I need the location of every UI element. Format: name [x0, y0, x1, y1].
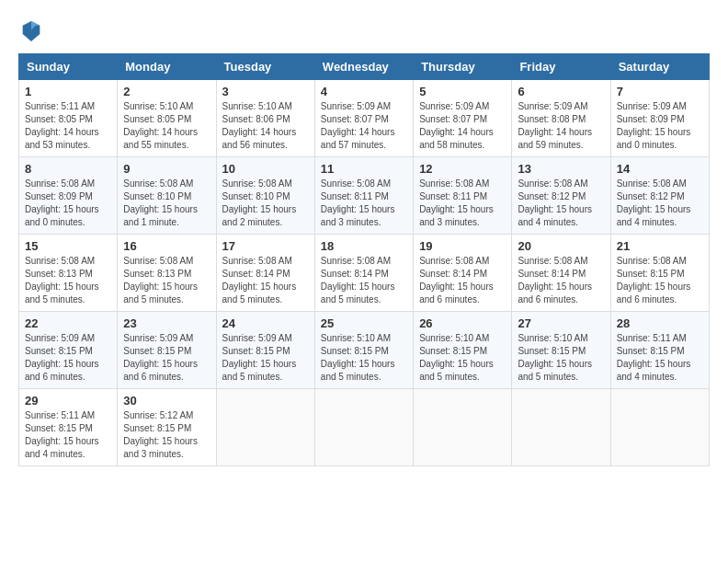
calendar-day-cell: 2 Sunrise: 5:10 AMSunset: 8:05 PMDayligh… — [118, 80, 216, 157]
page-header — [18, 18, 710, 44]
calendar-day-cell — [414, 389, 512, 466]
calendar-day-cell: 21 Sunrise: 5:08 AMSunset: 8:15 PMDaylig… — [610, 235, 709, 312]
day-number: 29 — [25, 394, 111, 408]
day-info: Sunrise: 5:11 AMSunset: 8:15 PMDaylight:… — [25, 409, 111, 461]
day-number: 14 — [617, 162, 703, 176]
day-of-week-header: Wednesday — [314, 54, 413, 80]
calendar-day-cell: 1 Sunrise: 5:11 AMSunset: 8:05 PMDayligh… — [19, 80, 118, 157]
day-of-week-header: Thursday — [414, 54, 512, 80]
day-number: 18 — [321, 239, 407, 253]
calendar-week-row: 1 Sunrise: 5:11 AMSunset: 8:05 PMDayligh… — [19, 80, 710, 157]
calendar-week-row: 29 Sunrise: 5:11 AMSunset: 8:15 PMDaylig… — [19, 389, 710, 466]
day-info: Sunrise: 5:08 AMSunset: 8:10 PMDaylight:… — [222, 178, 309, 229]
calendar-day-cell: 7 Sunrise: 5:09 AMSunset: 8:09 PMDayligh… — [610, 80, 709, 157]
calendar-day-cell: 30 Sunrise: 5:12 AMSunset: 8:15 PMDaylig… — [118, 389, 216, 466]
calendar-day-cell: 9 Sunrise: 5:08 AMSunset: 8:10 PMDayligh… — [118, 157, 216, 235]
day-of-week-header: Tuesday — [216, 54, 314, 80]
day-number: 21 — [617, 239, 703, 253]
day-info: Sunrise: 5:10 AMSunset: 8:15 PMDaylight:… — [321, 332, 407, 384]
day-info: Sunrise: 5:08 AMSunset: 8:14 PMDaylight:… — [222, 255, 309, 306]
day-number: 8 — [25, 162, 111, 176]
day-info: Sunrise: 5:08 AMSunset: 8:11 PMDaylight:… — [321, 178, 407, 229]
day-info: Sunrise: 5:12 AMSunset: 8:15 PMDaylight:… — [123, 409, 210, 461]
calendar-header: SundayMondayTuesdayWednesdayThursdayFrid… — [19, 54, 710, 80]
calendar-day-cell: 16 Sunrise: 5:08 AMSunset: 8:13 PMDaylig… — [118, 235, 216, 312]
calendar-day-cell: 23 Sunrise: 5:09 AMSunset: 8:15 PMDaylig… — [118, 312, 216, 389]
calendar-day-cell: 8 Sunrise: 5:08 AMSunset: 8:09 PMDayligh… — [19, 157, 118, 235]
day-number: 28 — [617, 316, 703, 330]
day-info: Sunrise: 5:08 AMSunset: 8:13 PMDaylight:… — [123, 255, 210, 306]
calendar-body: 1 Sunrise: 5:11 AMSunset: 8:05 PMDayligh… — [19, 80, 710, 466]
calendar-week-row: 8 Sunrise: 5:08 AMSunset: 8:09 PMDayligh… — [19, 157, 710, 235]
day-info: Sunrise: 5:09 AMSunset: 8:07 PMDaylight:… — [419, 100, 506, 152]
day-number: 16 — [123, 239, 210, 253]
day-of-week-header: Friday — [512, 54, 610, 80]
day-number: 19 — [419, 239, 506, 253]
day-info: Sunrise: 5:09 AMSunset: 8:15 PMDaylight:… — [25, 332, 111, 384]
calendar-day-cell: 5 Sunrise: 5:09 AMSunset: 8:07 PMDayligh… — [414, 80, 512, 157]
day-of-week-header: Monday — [118, 54, 216, 80]
day-number: 27 — [518, 316, 604, 330]
day-number: 9 — [123, 162, 210, 176]
day-info: Sunrise: 5:10 AMSunset: 8:15 PMDaylight:… — [518, 332, 604, 384]
day-info: Sunrise: 5:08 AMSunset: 8:15 PMDaylight:… — [617, 255, 703, 306]
calendar-day-cell: 26 Sunrise: 5:10 AMSunset: 8:15 PMDaylig… — [414, 312, 512, 389]
day-info: Sunrise: 5:08 AMSunset: 8:09 PMDaylight:… — [25, 178, 111, 229]
calendar-day-cell — [512, 389, 610, 466]
day-number: 3 — [222, 85, 309, 98]
logo — [18, 18, 48, 44]
day-number: 5 — [419, 85, 506, 98]
calendar-day-cell: 17 Sunrise: 5:08 AMSunset: 8:14 PMDaylig… — [216, 235, 314, 312]
calendar-day-cell: 24 Sunrise: 5:09 AMSunset: 8:15 PMDaylig… — [216, 312, 314, 389]
day-info: Sunrise: 5:08 AMSunset: 8:10 PMDaylight:… — [123, 178, 210, 229]
calendar-day-cell: 27 Sunrise: 5:10 AMSunset: 8:15 PMDaylig… — [512, 312, 610, 389]
day-info: Sunrise: 5:08 AMSunset: 8:13 PMDaylight:… — [25, 255, 111, 306]
day-info: Sunrise: 5:08 AMSunset: 8:14 PMDaylight:… — [419, 255, 506, 306]
day-info: Sunrise: 5:09 AMSunset: 8:09 PMDaylight:… — [617, 100, 703, 152]
day-number: 22 — [25, 316, 111, 330]
day-of-week-header: Sunday — [19, 54, 118, 80]
calendar-day-cell: 4 Sunrise: 5:09 AMSunset: 8:07 PMDayligh… — [314, 80, 413, 157]
day-number: 13 — [518, 162, 604, 176]
day-info: Sunrise: 5:09 AMSunset: 8:15 PMDaylight:… — [123, 332, 210, 384]
day-info: Sunrise: 5:10 AMSunset: 8:05 PMDaylight:… — [123, 100, 210, 152]
day-number: 2 — [123, 85, 210, 98]
day-info: Sunrise: 5:08 AMSunset: 8:14 PMDaylight:… — [321, 255, 407, 306]
calendar-day-cell — [314, 389, 413, 466]
day-number: 25 — [321, 316, 407, 330]
day-number: 10 — [222, 162, 309, 176]
calendar-day-cell: 15 Sunrise: 5:08 AMSunset: 8:13 PMDaylig… — [19, 235, 118, 312]
calendar-day-cell: 20 Sunrise: 5:08 AMSunset: 8:14 PMDaylig… — [512, 235, 610, 312]
calendar-day-cell: 11 Sunrise: 5:08 AMSunset: 8:11 PMDaylig… — [314, 157, 413, 235]
day-number: 20 — [518, 239, 604, 253]
day-number: 7 — [617, 85, 703, 98]
calendar-day-cell — [216, 389, 314, 466]
day-number: 26 — [419, 316, 506, 330]
day-number: 12 — [419, 162, 506, 176]
day-of-week-header: Saturday — [610, 54, 709, 80]
day-number: 15 — [25, 239, 111, 253]
day-info: Sunrise: 5:09 AMSunset: 8:15 PMDaylight:… — [222, 332, 309, 384]
day-info: Sunrise: 5:10 AMSunset: 8:06 PMDaylight:… — [222, 100, 309, 152]
day-info: Sunrise: 5:10 AMSunset: 8:15 PMDaylight:… — [419, 332, 506, 384]
day-number: 23 — [123, 316, 210, 330]
calendar-day-cell: 29 Sunrise: 5:11 AMSunset: 8:15 PMDaylig… — [19, 389, 118, 466]
day-info: Sunrise: 5:09 AMSunset: 8:07 PMDaylight:… — [321, 100, 407, 152]
day-number: 17 — [222, 239, 309, 253]
calendar-day-cell: 10 Sunrise: 5:08 AMSunset: 8:10 PMDaylig… — [216, 157, 314, 235]
day-number: 6 — [518, 85, 604, 98]
calendar-day-cell: 18 Sunrise: 5:08 AMSunset: 8:14 PMDaylig… — [314, 235, 413, 312]
day-info: Sunrise: 5:11 AMSunset: 8:05 PMDaylight:… — [25, 100, 111, 152]
day-number: 30 — [123, 394, 210, 408]
day-number: 11 — [321, 162, 407, 176]
calendar-day-cell: 12 Sunrise: 5:08 AMSunset: 8:11 PMDaylig… — [414, 157, 512, 235]
day-info: Sunrise: 5:11 AMSunset: 8:15 PMDaylight:… — [617, 332, 703, 384]
day-info: Sunrise: 5:09 AMSunset: 8:08 PMDaylight:… — [518, 100, 604, 152]
calendar-day-cell: 13 Sunrise: 5:08 AMSunset: 8:12 PMDaylig… — [512, 157, 610, 235]
calendar-day-cell: 3 Sunrise: 5:10 AMSunset: 8:06 PMDayligh… — [216, 80, 314, 157]
days-of-week-row: SundayMondayTuesdayWednesdayThursdayFrid… — [19, 54, 710, 80]
calendar-week-row: 22 Sunrise: 5:09 AMSunset: 8:15 PMDaylig… — [19, 312, 710, 389]
calendar-day-cell: 25 Sunrise: 5:10 AMSunset: 8:15 PMDaylig… — [314, 312, 413, 389]
logo-icon — [18, 18, 44, 44]
calendar-week-row: 15 Sunrise: 5:08 AMSunset: 8:13 PMDaylig… — [19, 235, 710, 312]
